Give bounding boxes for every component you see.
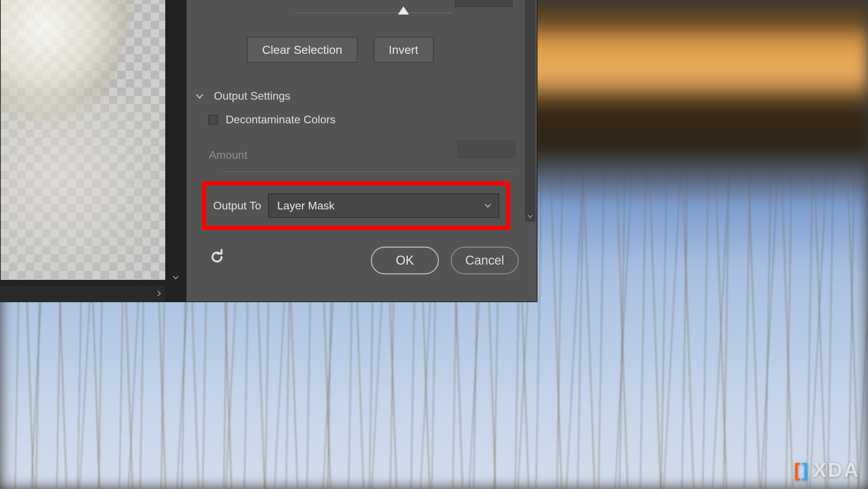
chevron-down-icon (484, 202, 492, 209)
preview-column (0, 0, 186, 302)
amount-slider-track (220, 170, 516, 172)
slider-track[interactable] (294, 12, 451, 13)
panel-scrollbar[interactable] (525, 0, 535, 222)
output-settings-section-toggle[interactable]: Output Settings (195, 90, 291, 102)
preview-horizontal-scrollbar[interactable] (0, 285, 165, 302)
undo-reset-icon (208, 248, 226, 266)
output-settings-label: Output Settings (214, 90, 291, 102)
ok-button[interactable]: OK (371, 247, 439, 274)
slider-thumb-icon[interactable] (398, 6, 409, 15)
refine-edge-panel: Clear Selection Invert Output Settings D… (186, 0, 537, 302)
output-to-value: Layer Mask (277, 199, 334, 212)
decontaminate-colors-label: Decontaminate Colors (226, 113, 336, 126)
output-to-label: Output To (213, 199, 261, 212)
preview-canvas-transparency[interactable] (0, 0, 166, 281)
decontaminate-colors-checkbox[interactable] (208, 115, 218, 125)
shift-edge-slider-row (294, 0, 512, 24)
chevron-down-icon (195, 92, 204, 101)
chevron-down-icon (527, 213, 533, 219)
clear-selection-button[interactable]: Clear Selection (247, 37, 358, 63)
reset-button[interactable] (208, 248, 226, 269)
chevron-right-icon (156, 290, 162, 297)
output-to-highlight: Output To Layer Mask (202, 181, 510, 230)
slider-value-input[interactable] (455, 0, 512, 7)
chevron-down-icon (172, 274, 179, 281)
scroll-down-button[interactable] (169, 271, 182, 284)
xda-logo-icon: [] (794, 459, 810, 481)
invert-button[interactable]: Invert (374, 37, 434, 63)
preview-vertical-scrollbar[interactable] (169, 0, 182, 281)
scroll-right-button[interactable] (153, 287, 165, 300)
amount-label: Amount (209, 149, 247, 161)
amount-value-input (457, 140, 516, 158)
xda-watermark: [] XDA (794, 458, 860, 481)
cancel-button[interactable]: Cancel (451, 247, 519, 274)
xda-watermark-text: XDA (813, 458, 860, 481)
output-to-dropdown[interactable]: Layer Mask (268, 193, 499, 218)
